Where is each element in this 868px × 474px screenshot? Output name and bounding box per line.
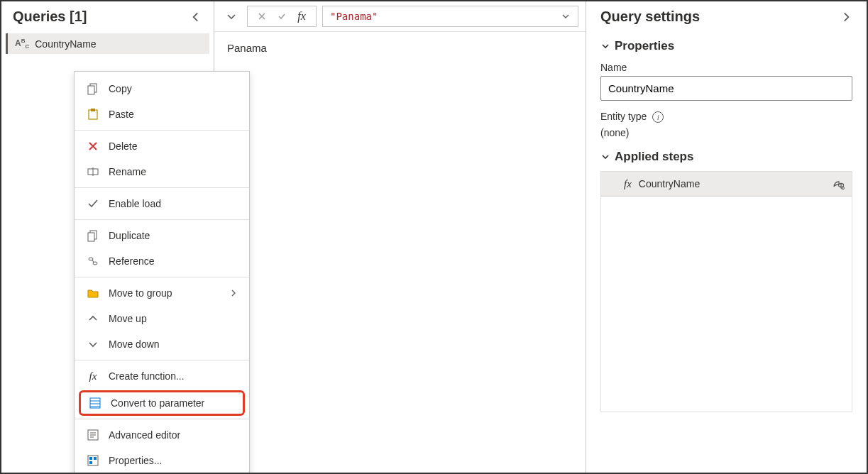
ctx-reference[interactable]: Reference — [75, 248, 249, 274]
delete-icon — [86, 139, 100, 153]
name-input[interactable] — [600, 76, 852, 101]
chevron-up-icon — [86, 312, 100, 326]
entity-type-label: Entity type — [600, 111, 647, 122]
applied-steps-list: fx CountryName — [600, 171, 852, 412]
settings-collapse-chevron[interactable] — [840, 11, 852, 23]
text-type-icon: ABC — [15, 38, 29, 50]
duplicate-icon — [86, 228, 100, 243]
reference-icon — [86, 254, 100, 268]
step-label: CountryName — [639, 178, 700, 189]
ctx-delete[interactable]: Delete — [75, 133, 249, 159]
fx-icon: fx — [86, 369, 100, 383]
result-value: Panama — [227, 42, 267, 54]
ctx-convert-to-parameter[interactable]: Convert to parameter — [79, 390, 245, 416]
ctx-properties[interactable]: Properties... — [75, 448, 249, 473]
formula-bar: fx "Panama" — [214, 1, 586, 32]
settings-header-title: Query settings — [600, 9, 700, 25]
formula-expand-button[interactable] — [221, 6, 241, 26]
entity-type-value: (none) — [600, 126, 852, 143]
folder-icon — [86, 286, 100, 300]
formula-input[interactable]: "Panama" — [322, 6, 578, 27]
step-settings-icon[interactable] — [832, 177, 845, 190]
name-label: Name — [600, 57, 852, 76]
svg-rect-7 — [88, 233, 94, 241]
properties-section-header[interactable]: Properties — [600, 32, 852, 57]
parameter-icon — [88, 396, 102, 410]
properties-icon — [86, 453, 100, 468]
ctx-advanced-editor[interactable]: Advanced editor — [75, 422, 249, 448]
rename-icon — [86, 165, 100, 179]
applied-step-item[interactable]: fx CountryName — [601, 172, 852, 197]
formula-dropdown-icon[interactable] — [561, 11, 571, 21]
ctx-copy[interactable]: Copy — [75, 76, 249, 101]
query-item-label: CountryName — [35, 38, 96, 50]
queries-panel: Queries [1] ABC CountryName Copy Paste — [1, 1, 214, 473]
ctx-move-up[interactable]: Move up — [75, 306, 249, 331]
paste-icon — [86, 107, 100, 121]
svg-rect-20 — [94, 457, 97, 460]
queries-header-title: Queries [1] — [13, 9, 87, 25]
ctx-move-to-group[interactable]: Move to group — [75, 280, 249, 306]
svg-rect-21 — [89, 461, 92, 464]
svg-rect-1 — [88, 86, 94, 94]
advanced-editor-icon — [86, 428, 100, 442]
queries-collapse-chevron[interactable] — [189, 11, 202, 23]
svg-rect-3 — [91, 109, 95, 111]
query-item[interactable]: ABC CountryName — [6, 33, 209, 54]
ctx-rename[interactable]: Rename — [75, 159, 249, 184]
copy-icon — [86, 82, 100, 96]
ctx-paste[interactable]: Paste — [75, 101, 249, 127]
ctx-enable-load[interactable]: Enable load — [75, 191, 249, 216]
ctx-duplicate[interactable]: Duplicate — [75, 223, 249, 248]
fx-icon: fx — [624, 178, 632, 190]
context-menu: Copy Paste Delete Rename — [74, 71, 250, 474]
query-settings-panel: Query settings Properties Name Entity ty… — [586, 1, 867, 473]
checkmark-icon — [86, 197, 100, 211]
info-icon[interactable]: i — [652, 111, 664, 123]
formula-cancel-button[interactable] — [252, 6, 272, 26]
fx-label-icon: fx — [292, 6, 312, 26]
preview-panel: fx "Panama" Panama — [214, 1, 586, 473]
ctx-move-down[interactable]: Move down — [75, 331, 249, 357]
chevron-down-icon — [86, 337, 100, 351]
formula-commit-button[interactable] — [272, 6, 292, 26]
svg-rect-19 — [89, 457, 92, 460]
submenu-chevron-icon — [229, 289, 238, 297]
applied-steps-section-header[interactable]: Applied steps — [600, 143, 852, 168]
ctx-create-function[interactable]: fx Create function... — [75, 363, 249, 389]
